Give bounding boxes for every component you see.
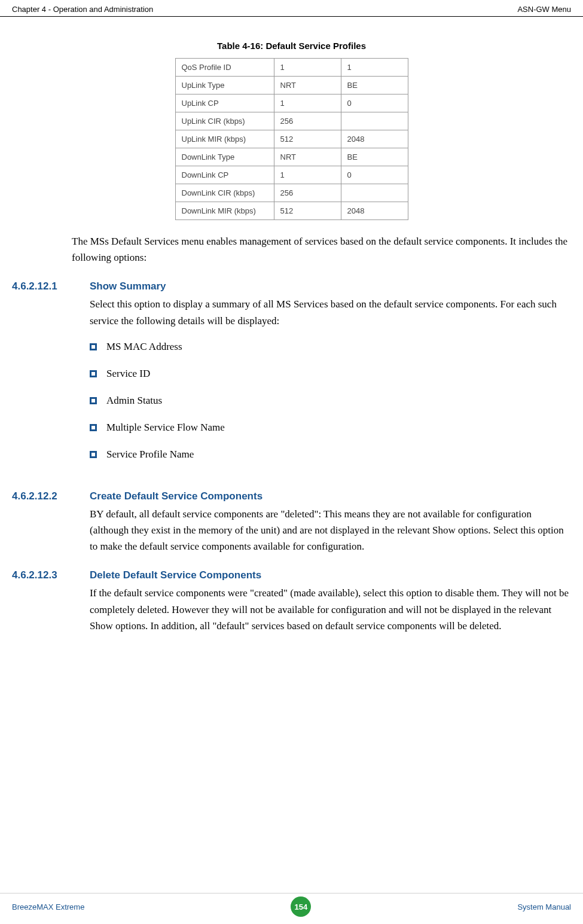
table-cell [341, 184, 408, 202]
table-cell: 0 [341, 94, 408, 112]
page-content: Table 4-16: Default Service Profiles QoS… [0, 41, 583, 634]
section-delete-default: 4.6.2.12.3 Delete Default Service Compon… [12, 569, 571, 634]
section-create-default: 4.6.2.12.2 Create Default Service Compon… [12, 490, 571, 555]
header-right: ASN-GW Menu [517, 5, 571, 14]
profiles-table: QoS Profile ID 1 1 UpLink Type NRT BE Up… [175, 58, 408, 220]
section-number: 4.6.2.12.1 [12, 280, 90, 475]
list-item: Service ID [90, 368, 571, 380]
footer-inner: BreezeMAX Extreme 154 System Manual [12, 893, 571, 917]
section-number: 4.6.2.12.2 [12, 490, 90, 555]
footer-left: BreezeMAX Extreme [12, 902, 84, 911]
page-header: Chapter 4 - Operation and Administration… [0, 0, 583, 17]
table-cell: 1 [274, 166, 341, 184]
section-number: 4.6.2.12.3 [12, 569, 90, 634]
section-title: Delete Default Service Components [90, 569, 571, 581]
footer-right: System Manual [517, 902, 571, 911]
table-cell: 256 [274, 184, 341, 202]
page-number-badge: 154 [291, 896, 311, 917]
list-item-label: Service ID [106, 368, 150, 380]
table-cell: DownLink MIR (kbps) [175, 202, 274, 220]
table-cell [341, 112, 408, 130]
table-row: UpLink Type NRT BE [175, 77, 408, 94]
bullet-icon [90, 370, 97, 377]
table-cell: 1 [341, 59, 408, 77]
bullet-icon [90, 424, 97, 431]
table-row: DownLink MIR (kbps) 512 2048 [175, 202, 408, 220]
bullet-icon [90, 451, 97, 458]
table-cell: UpLink CIR (kbps) [175, 112, 274, 130]
list-item: MS MAC Address [90, 341, 571, 353]
table-cell: 2048 [341, 202, 408, 220]
section-text: BY default, all default service componen… [90, 506, 571, 555]
table-caption: Table 4-16: Default Service Profiles [12, 41, 571, 51]
table-cell: UpLink Type [175, 77, 274, 94]
list-item-label: Multiple Service Flow Name [106, 422, 225, 434]
table-cell: DownLink Type [175, 148, 274, 166]
list-item: Multiple Service Flow Name [90, 422, 571, 434]
bullet-icon [90, 343, 97, 350]
table-cell: NRT [274, 148, 341, 166]
section-text: If the default service components were "… [90, 585, 571, 634]
list-item: Service Profile Name [90, 449, 571, 461]
section-title: Create Default Service Components [90, 490, 571, 502]
list-item-label: Service Profile Name [106, 449, 194, 461]
table-cell: NRT [274, 77, 341, 94]
list-item-label: Admin Status [106, 395, 162, 407]
table-row: DownLink CP 1 0 [175, 166, 408, 184]
page-footer: BreezeMAX Extreme 154 System Manual [0, 893, 583, 917]
table-cell: 2048 [341, 130, 408, 148]
table-cell: DownLink CIR (kbps) [175, 184, 274, 202]
table-cell: DownLink CP [175, 166, 274, 184]
table-row: UpLink CIR (kbps) 256 [175, 112, 408, 130]
section-body: Create Default Service Components BY def… [90, 490, 571, 555]
table-cell: 1 [274, 94, 341, 112]
table-cell: UpLink MIR (kbps) [175, 130, 274, 148]
section-title: Show Summary [90, 280, 571, 292]
table-cell: 512 [274, 202, 341, 220]
table-row: DownLink CIR (kbps) 256 [175, 184, 408, 202]
table-cell: 0 [341, 166, 408, 184]
list-item: Admin Status [90, 395, 571, 407]
section-show-summary: 4.6.2.12.1 Show Summary Select this opti… [12, 280, 571, 475]
table-row: UpLink MIR (kbps) 512 2048 [175, 130, 408, 148]
table-cell: 512 [274, 130, 341, 148]
table-cell: BE [341, 77, 408, 94]
table-row: QoS Profile ID 1 1 [175, 59, 408, 77]
bullet-list: MS MAC Address Service ID Admin Status M… [90, 341, 571, 461]
table-cell: 256 [274, 112, 341, 130]
section-body: Delete Default Service Components If the… [90, 569, 571, 634]
table-cell: UpLink CP [175, 94, 274, 112]
list-item-label: MS MAC Address [106, 341, 182, 353]
table-row: DownLink Type NRT BE [175, 148, 408, 166]
table-cell: QoS Profile ID [175, 59, 274, 77]
bullet-icon [90, 397, 97, 404]
table-cell: 1 [274, 59, 341, 77]
table-cell: BE [341, 148, 408, 166]
section-text: Select this option to display a summary … [90, 296, 571, 328]
section-body: Show Summary Select this option to displ… [90, 280, 571, 475]
intro-text: The MSs Default Services menu enables ma… [72, 233, 571, 266]
header-left: Chapter 4 - Operation and Administration [12, 5, 153, 14]
table-row: UpLink CP 1 0 [175, 94, 408, 112]
